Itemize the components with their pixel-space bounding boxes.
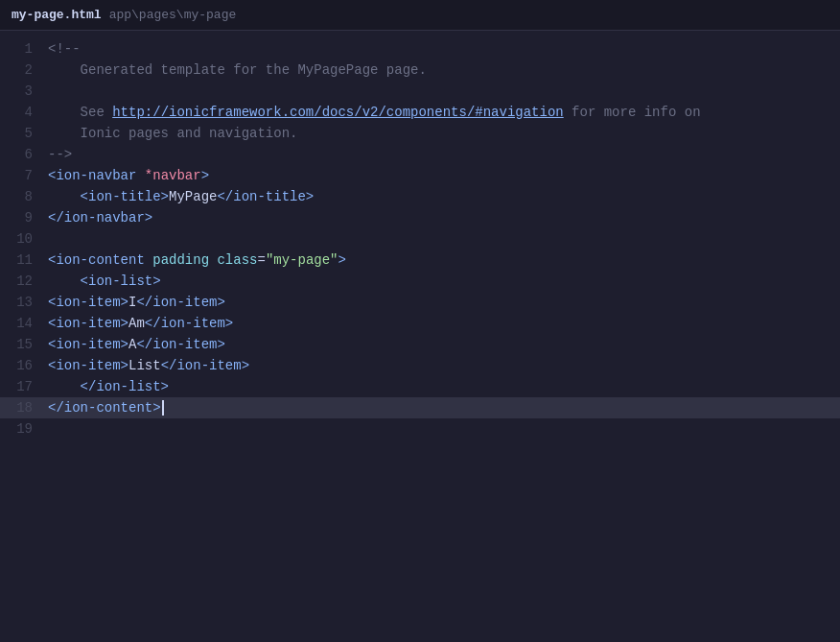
- code-line: 17 </ion-list>: [0, 376, 840, 397]
- code-line: 10: [0, 228, 840, 250]
- code-line: 18</ion-content>: [0, 397, 840, 418]
- code-line: 8 <ion-title>MyPage</ion-title>: [0, 186, 840, 207]
- code-line: 13<ion-item>I</ion-item>: [0, 292, 840, 313]
- line-number: 1: [0, 41, 48, 57]
- code-line: 6-->: [0, 144, 840, 165]
- line-number: 8: [0, 189, 48, 204]
- line-number: 5: [0, 126, 48, 141]
- line-number: 7: [0, 168, 48, 183]
- line-number: 18: [0, 400, 48, 416]
- line-content: <ion-navbar *navbar>: [48, 168, 209, 183]
- line-number: 6: [0, 147, 48, 162]
- code-line: 1<!--: [0, 38, 840, 59]
- code-line: 19: [0, 418, 840, 440]
- line-content: <ion-title>MyPage</ion-title>: [48, 189, 314, 204]
- code-line: 14<ion-item>Am</ion-item>: [0, 313, 840, 334]
- code-line: 12 <ion-list>: [0, 271, 840, 292]
- text-cursor: [162, 400, 164, 416]
- line-number: 17: [0, 379, 48, 394]
- code-link[interactable]: http://ionicframework.com/docs/v2/compon…: [112, 105, 563, 120]
- line-content: See http://ionicframework.com/docs/v2/co…: [48, 105, 701, 120]
- line-content: <ion-item>A</ion-item>: [48, 337, 225, 352]
- line-number: 15: [0, 337, 48, 352]
- line-number: 14: [0, 316, 48, 331]
- line-content: -->: [48, 147, 72, 162]
- line-number: 13: [0, 295, 48, 310]
- line-content: </ion-list>: [48, 379, 169, 394]
- code-line: 15<ion-item>A</ion-item>: [0, 334, 840, 355]
- line-content: <ion-content padding class="my-page">: [48, 252, 346, 268]
- line-content: </ion-navbar>: [48, 210, 152, 226]
- line-number: 11: [0, 252, 48, 268]
- line-content: <ion-item>I</ion-item>: [48, 295, 225, 310]
- line-number: 2: [0, 62, 48, 78]
- line-content: <ion-list>: [48, 273, 161, 289]
- title-bar: my-page.html app\pages\my-page: [0, 0, 840, 31]
- code-line: 4 See http://ionicframework.com/docs/v2/…: [0, 102, 840, 123]
- editor-area: 1<!--2 Generated template for the MyPage…: [0, 31, 840, 642]
- line-number: 9: [0, 210, 48, 226]
- code-line: 16<ion-item>List</ion-item>: [0, 355, 840, 376]
- line-number: 4: [0, 105, 48, 120]
- line-number: 12: [0, 273, 48, 289]
- line-number: 19: [0, 421, 48, 437]
- line-content: <ion-item>List</ion-item>: [48, 358, 249, 373]
- line-content: <ion-item>Am</ion-item>: [48, 316, 233, 331]
- code-line: 11<ion-content padding class="my-page">: [0, 250, 840, 271]
- line-number: 3: [0, 83, 48, 99]
- filename: my-page.html: [12, 8, 102, 22]
- line-content: Ionic pages and navigation.: [48, 126, 297, 141]
- code-line: 5 Ionic pages and navigation.: [0, 123, 840, 144]
- line-number: 16: [0, 358, 48, 373]
- code-line: 7<ion-navbar *navbar>: [0, 165, 840, 186]
- file-path: app\pages\my-page: [109, 8, 237, 22]
- line-content: Generated template for the MyPagePage pa…: [48, 62, 427, 78]
- code-line: 3: [0, 81, 840, 102]
- code-line: 9</ion-navbar>: [0, 207, 840, 228]
- line-content: </ion-content>: [48, 400, 164, 416]
- code-line: 2 Generated template for the MyPagePage …: [0, 59, 840, 81]
- line-content: <!--: [48, 41, 81, 57]
- line-number: 10: [0, 231, 48, 247]
